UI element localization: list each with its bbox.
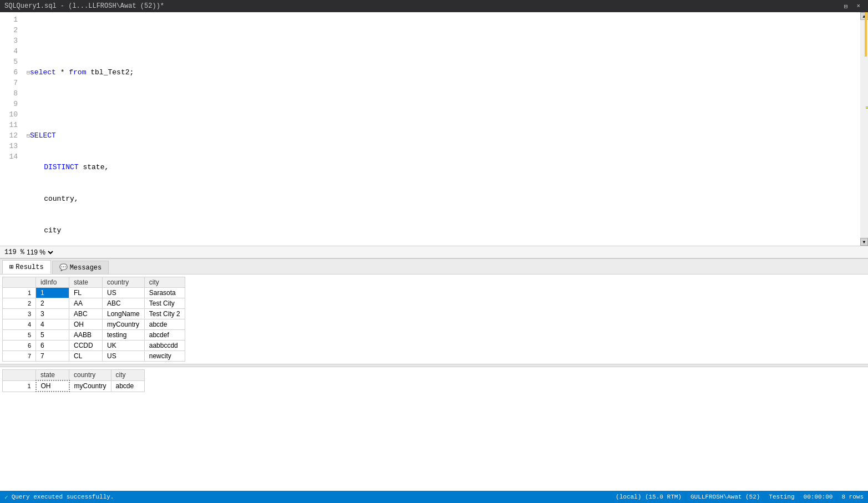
cell-city[interactable]: abcdef <box>144 330 185 341</box>
row-num-cell: 1 <box>3 380 36 392</box>
status-left: ✓ Query executed successfully. <box>4 494 114 501</box>
code-content[interactable]: ⊟select * from tbl_Test2; ⊟SELECT DISTIN… <box>22 12 860 246</box>
cell-city[interactable]: newcity <box>144 351 185 362</box>
cell-city[interactable]: abcde <box>144 319 185 330</box>
status-check-icon: ✓ <box>4 494 8 501</box>
scroll-indicator <box>865 12 867 57</box>
zoom-dropdown[interactable]: 119 % 100 % 75 % <box>24 248 55 257</box>
editor-scroll-wrap: 1 2 3 4 5 6 7 8 9 10 11 12 13 14 <box>0 12 868 246</box>
cell-state[interactable]: ABC <box>69 309 103 319</box>
results-grid-icon: ⊞ <box>9 263 13 271</box>
cell-idInfo[interactable]: 3 <box>36 309 69 319</box>
th2-state: state <box>36 370 69 381</box>
cell-state[interactable]: AABB <box>69 330 103 341</box>
cell-city[interactable]: Test City 2 <box>144 309 185 319</box>
cell-state[interactable]: OH <box>36 380 69 392</box>
cell-country[interactable]: LongName <box>103 309 145 319</box>
cell-idInfo[interactable]: 6 <box>36 341 69 351</box>
close-button[interactable]: × <box>853 3 864 10</box>
cell-country[interactable]: testing <box>103 330 145 341</box>
line-num-13: 13 <box>2 141 18 151</box>
messages-tab-label: Messages <box>70 264 102 272</box>
status-rows: 8 rows <box>841 494 864 500</box>
result-table1-container: idInfo state country city 11FLUSSarasota… <box>0 275 868 364</box>
editor-area[interactable]: 1 2 3 4 5 6 7 8 9 10 11 12 13 14 <box>0 12 860 246</box>
cell-country[interactable]: myCountry <box>69 380 111 392</box>
cell-city[interactable]: abcde <box>111 380 144 392</box>
kw-select-4: SELECT <box>30 131 56 140</box>
cell-state[interactable]: CCDD <box>69 341 103 351</box>
pin-button[interactable]: ⊟ <box>841 3 851 10</box>
th2-country: country <box>69 370 111 381</box>
tab-messages[interactable]: 💬 Messages <box>52 261 109 274</box>
table-row[interactable]: 44OHmyCountryabcde <box>3 319 185 330</box>
result-table2-container: state country city 1OHmyCountryabcde <box>0 367 868 394</box>
status-message: Query executed successfully. <box>12 494 114 500</box>
row-num-cell: 7 <box>3 351 36 362</box>
cell-city[interactable]: Test City <box>144 298 185 309</box>
window-title: SQLQuery1.sql - (l...LLFROSH\Awat (52))* <box>4 2 841 10</box>
th-state: state <box>69 277 103 288</box>
scroll-down-btn[interactable]: ▼ <box>860 238 868 246</box>
table1-body: 11FLUSSarasota22AAABCTest City33ABCLongN… <box>3 288 185 362</box>
results-tabs: ⊞ Results 💬 Messages <box>0 259 868 275</box>
table-row[interactable]: 11FLUSSarasota <box>3 288 185 298</box>
editor-scrollbar[interactable]: ▲ ▼ <box>860 12 868 246</box>
table-row[interactable]: 22AAABCTest City <box>3 298 185 309</box>
code-line-6: country, <box>27 194 856 204</box>
row-num-cell: 4 <box>3 319 36 330</box>
cell-country[interactable]: UK <box>103 341 145 351</box>
cell-state[interactable]: OH <box>69 319 103 330</box>
line-num-14: 14 <box>2 151 18 162</box>
messages-icon: 💬 <box>59 263 68 272</box>
table-row[interactable]: 77CLUSnewcity <box>3 351 185 362</box>
cell-idInfo[interactable]: 4 <box>36 319 69 330</box>
cell-idInfo[interactable]: 7 <box>36 351 69 362</box>
status-user: GULLFROSH\Awat (52) <box>691 494 760 500</box>
line-num-3: 3 <box>2 35 18 46</box>
line-num-2: 2 <box>2 25 18 35</box>
row-num-cell: 5 <box>3 330 36 341</box>
line-num-8: 8 <box>2 88 18 99</box>
line-num-4: 4 <box>2 46 18 57</box>
row-num-cell: 3 <box>3 309 36 319</box>
th-idinfo: idInfo <box>36 277 69 288</box>
line-num-10: 10 <box>2 109 18 120</box>
results-body[interactable]: idInfo state country city 11FLUSSarasota… <box>0 275 868 491</box>
code-editor: 1 2 3 4 5 6 7 8 9 10 11 12 13 14 <box>0 12 860 246</box>
cell-idInfo[interactable]: 1 <box>36 288 69 298</box>
zoom-bar: 119 % 119 % 100 % 75 % <box>0 246 868 258</box>
cell-country[interactable]: US <box>103 351 145 362</box>
cell-city[interactable]: aabbccdd <box>144 341 185 351</box>
table2-body: 1OHmyCountryabcde <box>3 380 145 392</box>
th-rownum-1 <box>3 277 36 288</box>
kw-distinct: DISTINCT <box>44 163 78 171</box>
cell-city[interactable]: Sarasota <box>144 288 185 298</box>
table-row[interactable]: 33ABCLongNameTest City 2 <box>3 309 185 319</box>
table-row[interactable]: 66CCDDUKaabbccdd <box>3 341 185 351</box>
table2-header-row: state country city <box>3 370 145 381</box>
th2-rownum <box>3 370 36 381</box>
cell-country[interactable]: US <box>103 288 145 298</box>
results-pane: ⊞ Results 💬 Messages idInfo state countr… <box>0 258 868 491</box>
status-server: (local) (15.0 RTM) <box>616 494 682 500</box>
cell-idInfo[interactable]: 5 <box>36 330 69 341</box>
status-right: (local) (15.0 RTM) GULLFROSH\Awat (52) T… <box>616 494 864 500</box>
cell-state[interactable]: AA <box>69 298 103 309</box>
code-line-3 <box>27 99 856 109</box>
cell-state[interactable]: CL <box>69 351 103 362</box>
table-row[interactable]: 55AABBtestingabcdef <box>3 330 185 341</box>
cell-idInfo[interactable]: 2 <box>36 298 69 309</box>
code-line-5: DISTINCT state, <box>27 162 856 172</box>
table-row[interactable]: 1OHmyCountryabcde <box>3 380 145 392</box>
line-numbers: 1 2 3 4 5 6 7 8 9 10 11 12 13 14 <box>0 12 22 246</box>
code-line-7: city <box>27 225 856 236</box>
cell-state[interactable]: FL <box>69 288 103 298</box>
status-bar: ✓ Query executed successfully. (local) (… <box>0 491 868 503</box>
row-num-cell: 6 <box>3 341 36 351</box>
tab-results[interactable]: ⊞ Results <box>2 260 51 274</box>
th-city: city <box>144 277 185 288</box>
cell-country[interactable]: ABC <box>103 298 145 309</box>
line-num-7: 7 <box>2 78 18 88</box>
cell-country[interactable]: myCountry <box>103 319 145 330</box>
